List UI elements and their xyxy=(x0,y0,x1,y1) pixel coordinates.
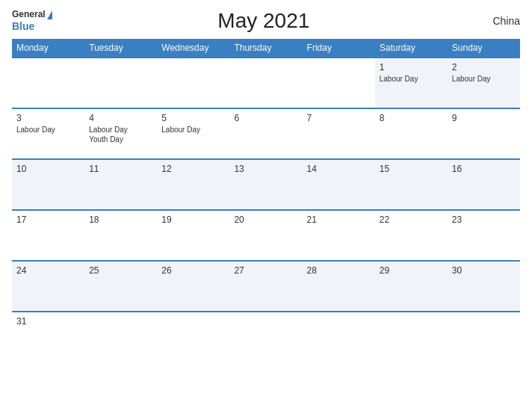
calendar-cell: 27 xyxy=(229,261,302,312)
day-number: 9 xyxy=(452,113,516,123)
calendar-cell xyxy=(12,58,84,108)
day-number: 7 xyxy=(307,113,371,123)
day-number: 24 xyxy=(16,265,80,276)
calendar-cell: 22 xyxy=(375,210,448,261)
calendar-header-row: MondayTuesdayWednesdayThursdayFridaySatu… xyxy=(12,39,520,58)
calendar-cell: 6 xyxy=(229,108,302,159)
day-number: 18 xyxy=(89,214,152,225)
calendar-cell: 15 xyxy=(375,159,448,210)
event-label: Labour Day xyxy=(380,74,443,84)
calendar-cell: 9 xyxy=(448,108,520,159)
logo-general-text: General xyxy=(12,9,52,19)
calendar-cell: 8 xyxy=(375,108,448,159)
day-number: 8 xyxy=(380,113,443,123)
day-number: 23 xyxy=(452,214,516,225)
day-number: 14 xyxy=(307,164,371,174)
calendar-cell: 2Labour Day xyxy=(448,58,520,108)
day-number: 6 xyxy=(234,113,297,123)
day-number: 20 xyxy=(234,214,297,225)
day-number: 17 xyxy=(16,214,80,225)
calendar-cell: 31 xyxy=(12,312,84,362)
calendar-row: 10111213141516 xyxy=(12,159,520,210)
calendar-cell xyxy=(448,312,520,362)
calendar-cell: 14 xyxy=(303,159,375,210)
day-number: 13 xyxy=(234,164,297,174)
calendar-cell: 29 xyxy=(375,261,448,312)
calendar-cell: 28 xyxy=(303,261,375,312)
weekday-header: Wednesday xyxy=(157,39,229,58)
event-label: Labour Day xyxy=(16,125,80,135)
day-number: 2 xyxy=(452,62,516,72)
calendar-cell: 13 xyxy=(229,159,302,210)
event-label: Labour Day xyxy=(452,74,516,84)
calendar-cell: 26 xyxy=(157,261,229,312)
weekday-header: Saturday xyxy=(375,39,448,58)
calendar-cell: 20 xyxy=(229,210,302,261)
calendar-cell: 7 xyxy=(303,108,375,159)
calendar-row: 17181920212223 xyxy=(12,210,520,261)
calendar-row: 1Labour Day2Labour Day xyxy=(12,58,520,108)
calendar-cell: 19 xyxy=(157,210,229,261)
day-number: 15 xyxy=(380,164,443,174)
day-number: 10 xyxy=(16,164,80,174)
day-number: 27 xyxy=(234,265,297,276)
calendar-table: MondayTuesdayWednesdayThursdayFridaySatu… xyxy=(12,39,520,362)
calendar-cell: 4Labour DayYouth Day xyxy=(84,108,157,159)
day-number: 1 xyxy=(380,62,443,72)
event-label: Labour Day xyxy=(89,125,152,135)
day-number: 3 xyxy=(16,113,80,123)
day-number: 26 xyxy=(161,265,225,276)
weekday-header: Thursday xyxy=(229,39,302,58)
calendar-row: 24252627282930 xyxy=(12,261,520,312)
event-label: Labour Day xyxy=(161,125,225,135)
day-number: 11 xyxy=(89,164,152,174)
calendar-row: 31 xyxy=(12,312,520,362)
calendar-cell: 10 xyxy=(12,159,84,210)
calendar-cell: 12 xyxy=(157,159,229,210)
calendar-cell: 24 xyxy=(12,261,84,312)
day-number: 28 xyxy=(307,265,371,276)
calendar-cell xyxy=(157,312,229,362)
country-label: China xyxy=(475,15,520,27)
calendar-cell xyxy=(84,312,157,362)
calendar-cell xyxy=(229,312,302,362)
weekday-header: Sunday xyxy=(448,39,520,58)
calendar-cell: 11 xyxy=(84,159,157,210)
day-number: 29 xyxy=(380,265,443,276)
calendar-cell xyxy=(157,58,229,108)
weekday-header: Friday xyxy=(303,39,375,58)
calendar-cell: 1Labour Day xyxy=(375,58,448,108)
calendar-cell xyxy=(303,312,375,362)
calendar-cell: 18 xyxy=(84,210,157,261)
logo-triangle-icon xyxy=(47,10,52,19)
header: General Blue May 2021 China xyxy=(12,9,520,33)
calendar-cell xyxy=(375,312,448,362)
calendar-cell: 21 xyxy=(303,210,375,261)
calendar-cell xyxy=(303,58,375,108)
day-number: 19 xyxy=(161,214,225,225)
logo: General Blue xyxy=(12,9,52,32)
calendar-cell: 30 xyxy=(448,261,520,312)
calendar-cell: 23 xyxy=(448,210,520,261)
calendar-cell xyxy=(84,58,157,108)
day-number: 22 xyxy=(380,214,443,225)
event-label: Youth Day xyxy=(89,135,152,144)
calendar-cell: 17 xyxy=(12,210,84,261)
day-number: 12 xyxy=(161,164,225,174)
page: General Blue May 2021 China MondayTuesda… xyxy=(0,0,532,411)
day-number: 25 xyxy=(89,265,152,276)
logo-blue-text: Blue xyxy=(12,20,52,33)
day-number: 30 xyxy=(452,265,516,276)
weekday-header: Monday xyxy=(12,39,84,58)
calendar-cell: 5Labour Day xyxy=(157,108,229,159)
day-number: 31 xyxy=(16,316,80,327)
calendar-cell xyxy=(229,58,302,108)
calendar-row: 3Labour Day4Labour DayYouth Day5Labour D… xyxy=(12,108,520,159)
calendar-cell: 16 xyxy=(448,159,520,210)
day-number: 21 xyxy=(307,214,371,225)
day-number: 4 xyxy=(89,113,152,123)
day-number: 16 xyxy=(452,164,516,174)
calendar-cell: 3Labour Day xyxy=(12,108,84,159)
weekday-header: Tuesday xyxy=(84,39,157,58)
day-number: 5 xyxy=(161,113,225,123)
